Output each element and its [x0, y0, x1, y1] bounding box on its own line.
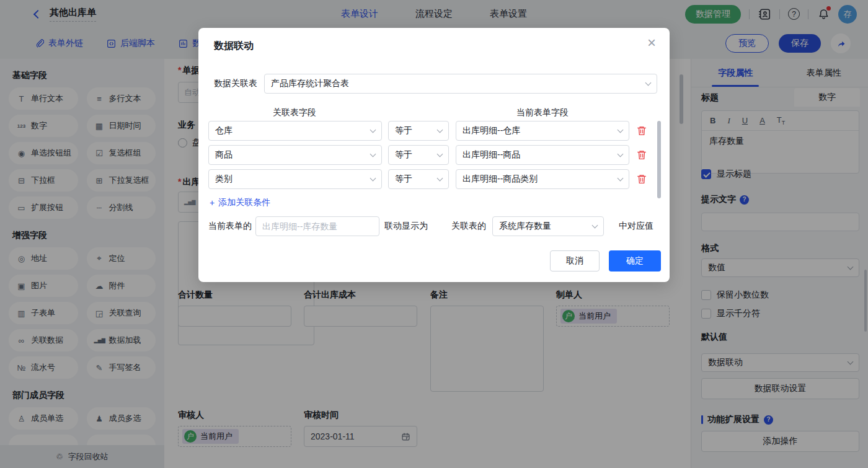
- delete-condition-button[interactable]: [636, 125, 647, 136]
- form-field-select[interactable]: 出库明细--商品类别: [456, 169, 629, 189]
- linkage-display-label: 联动显示为: [384, 221, 428, 232]
- modal-title: 数据联动: [214, 40, 254, 53]
- delete-condition-button[interactable]: [636, 174, 647, 185]
- chevron-down-icon: [437, 127, 443, 133]
- current-form-label: 当前表单的: [208, 221, 252, 232]
- chevron-down-icon: [592, 223, 598, 229]
- chevron-down-icon: [370, 151, 376, 157]
- cancel-button[interactable]: 取消: [550, 250, 600, 272]
- current-field-input[interactable]: [255, 216, 379, 236]
- modal-scrollbar[interactable]: [657, 121, 661, 198]
- trash-icon: [636, 174, 647, 185]
- form-field-select[interactable]: 出库明细--商品: [456, 145, 629, 165]
- confirm-button[interactable]: 确定: [609, 250, 661, 272]
- relation-field-select[interactable]: 类别: [208, 169, 382, 189]
- chevron-down-icon: [645, 80, 652, 86]
- plus-icon: +: [210, 198, 215, 208]
- corresponding-value-label: 中对应值: [619, 221, 653, 232]
- chevron-down-icon: [618, 151, 624, 157]
- chevron-down-icon: [437, 175, 443, 182]
- relation-field-select[interactable]: 仓库: [208, 121, 382, 141]
- add-condition-link[interactable]: + 添加关联条件: [210, 197, 270, 208]
- col-header-form-field: 当前表单字段: [516, 107, 569, 118]
- relation-table-label: 数据关联表: [214, 78, 257, 89]
- operator-select[interactable]: 等于: [388, 121, 449, 141]
- delete-condition-button[interactable]: [636, 149, 647, 161]
- relation-value-select[interactable]: 系统库存数量: [492, 216, 604, 236]
- operator-select[interactable]: 等于: [388, 145, 449, 165]
- data-linkage-modal: 数据联动 × 数据关联表 产品库存统计聚合表 关联表字段 当前表单字段 仓库 等…: [198, 28, 670, 282]
- mapping-row: 当前表单的 联动显示为 关联表的 系统库存数量 中对应值: [208, 216, 653, 236]
- relation-table-of-label: 关联表的: [451, 221, 486, 232]
- chevron-down-icon: [618, 127, 624, 133]
- relation-table-select[interactable]: 产品库存统计聚合表: [264, 74, 657, 94]
- chevron-down-icon: [370, 175, 376, 182]
- operator-select[interactable]: 等于: [388, 169, 449, 189]
- chevron-down-icon: [370, 127, 376, 133]
- col-header-relation-field: 关联表字段: [273, 107, 316, 118]
- trash-icon: [636, 149, 647, 161]
- chevron-down-icon: [437, 151, 443, 157]
- relation-field-select[interactable]: 商品: [208, 145, 382, 165]
- chevron-down-icon: [618, 175, 624, 182]
- app-window: 其他出库单 表单设计 流程设定 表单设置 数据管理: [0, 0, 868, 468]
- close-icon[interactable]: ×: [647, 35, 656, 50]
- trash-icon: [636, 125, 647, 136]
- form-field-select[interactable]: 出库明细--仓库: [456, 121, 629, 141]
